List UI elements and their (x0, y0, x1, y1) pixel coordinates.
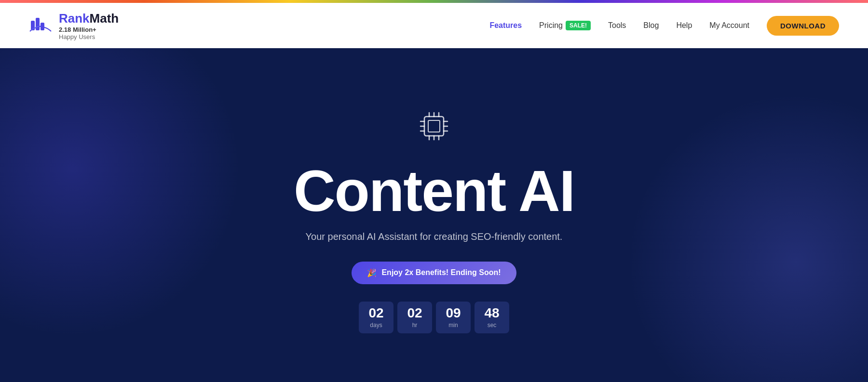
nav-link-blog[interactable]: Blog (643, 21, 659, 29)
countdown-days: 02 days (359, 302, 393, 333)
svg-rect-3 (424, 117, 444, 136)
nav-item-blog[interactable]: Blog (643, 21, 659, 30)
countdown: 02 days 02 hr 09 min 48 sec (359, 302, 509, 333)
hero-subtitle: Your personal AI Assistant for creating … (306, 231, 563, 242)
hero-title: Content AI (294, 162, 574, 220)
countdown-hr-label: hr (406, 322, 423, 329)
svg-rect-4 (428, 120, 440, 132)
nav-links: Features Pricing SALE! Tools Blog Help M… (489, 16, 839, 36)
logo-name-part2: Math (90, 11, 119, 26)
nav-link-pricing[interactable]: Pricing (539, 21, 563, 30)
nav-item-pricing[interactable]: Pricing SALE! (539, 21, 591, 30)
navbar: RankMath 2.18 Million+ Happy Users Featu… (0, 3, 868, 48)
hero-section: Content AI Your personal AI Assistant fo… (0, 48, 868, 382)
promo-badge[interactable]: 🎉 Enjoy 2x Benefits! Ending Soon! (352, 262, 516, 284)
nav-link-tools[interactable]: Tools (608, 21, 626, 29)
sale-badge: SALE! (566, 21, 591, 30)
logo[interactable]: RankMath 2.18 Million+ Happy Users (29, 11, 119, 40)
svg-rect-1 (36, 18, 40, 30)
countdown-sec-label: sec (483, 322, 501, 329)
logo-tagline: Happy Users (59, 33, 119, 40)
nav-item-tools[interactable]: Tools (608, 21, 626, 30)
nav-link-my-account[interactable]: My Account (709, 21, 749, 29)
download-button-container: DOWNLOAD (767, 16, 839, 36)
countdown-sec: 48 sec (475, 302, 509, 333)
nav-item-help[interactable]: Help (676, 21, 692, 30)
promo-text: Enjoy 2x Benefits! Ending Soon! (381, 268, 501, 277)
logo-text: RankMath 2.18 Million+ Happy Users (59, 11, 119, 40)
chip-icon (415, 107, 453, 147)
countdown-min-value: 09 (445, 306, 462, 320)
countdown-min-label: min (445, 322, 462, 329)
logo-icon (29, 14, 52, 37)
nav-link-features[interactable]: Features (489, 21, 522, 29)
countdown-min: 09 min (436, 302, 471, 333)
countdown-hr: 02 hr (397, 302, 432, 333)
logo-users-count: 2.18 Million+ (59, 26, 119, 33)
promo-emoji: 🎉 (367, 268, 377, 277)
logo-name-part1: Rank (59, 11, 90, 26)
countdown-days-value: 02 (367, 306, 385, 320)
logo-name: RankMath (59, 11, 119, 26)
nav-item-features[interactable]: Features (489, 21, 522, 30)
download-button[interactable]: DOWNLOAD (767, 16, 839, 36)
countdown-days-label: days (367, 322, 385, 329)
nav-item-my-account[interactable]: My Account (709, 21, 749, 30)
countdown-hr-value: 02 (406, 306, 423, 320)
countdown-sec-value: 48 (483, 306, 501, 320)
nav-link-help[interactable]: Help (676, 21, 692, 29)
